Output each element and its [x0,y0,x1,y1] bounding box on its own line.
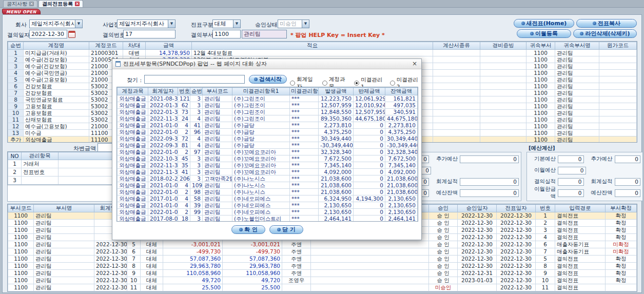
cell[interactable]: 1100 [8,212,34,220]
cell[interactable]: 62 [178,102,190,109]
cell[interactable]: 관리팀 [34,220,94,227]
cell[interactable]: 매출자동기표 [555,241,606,248]
cell[interactable]: 7 [8,90,24,96]
cell[interactable]: 4 [190,135,203,142]
cell[interactable]: 1100 [526,123,555,130]
cell[interactable]: 110,058,960 [223,270,282,277]
cell[interactable]: 21,038,600 [385,182,418,189]
cell[interactable]: 고용보험료 [24,110,89,116]
cell[interactable]: 건강보험료 [24,83,89,90]
cell[interactable]: 예수금(고용보험) [24,123,89,130]
budget-field-value[interactable]: 0 [615,189,641,197]
cell[interactable]: 3 [190,102,203,109]
table-row[interactable]: 외상매출금2021-01-00439관리팀(주)네오피에스***2,130,65… [118,202,418,209]
new-voucher-button[interactable]: 새전표(Home) [514,19,574,28]
cell[interactable]: 외상매출금 [118,209,148,215]
cell[interactable]: 1100 [526,63,555,70]
cell[interactable]: 2022-12-30 [497,270,536,277]
cell[interactable]: 2022-12-30 [94,270,127,277]
cell[interactable]: 거래처 [22,160,58,168]
cell[interactable]: 1100 [8,277,34,284]
cell[interactable]: 21,038,600 [385,175,418,182]
cell[interactable]: 2022-01-00 [148,129,178,135]
cell[interactable]: 2022-09-30 [148,142,178,149]
cell[interactable]: 1100 [526,103,555,110]
cell[interactable]: 전표번호 [22,168,58,177]
cell[interactable]: 7,345,140 [319,162,354,169]
cell[interactable]: 1100 [526,83,555,90]
cell[interactable]: 외상매출금 [118,155,148,162]
cell[interactable] [599,76,637,83]
cell[interactable]: 관리팀 [34,284,94,291]
cell[interactable]: 외상매출금 [24,136,89,143]
cell[interactable]: 관리팀 [203,162,232,169]
cell[interactable]: 44,675,180 [354,115,385,122]
cell[interactable] [599,70,637,76]
cell[interactable]: 결의전표 [555,277,606,284]
cell[interactable]: 1100 [8,220,34,227]
cell[interactable]: 외상매출금 [118,122,148,129]
cell[interactable]: *** [290,115,319,122]
cell[interactable]: 확정 [606,212,637,220]
cell[interactable]: 2 [8,168,22,177]
cell[interactable]: -3,001,021 [223,241,282,248]
cell[interactable] [480,70,526,76]
cell[interactable]: 110,058,960 [163,270,223,277]
cell[interactable]: 89,350,360 [319,115,354,122]
cell[interactable]: 관리팀 [203,202,232,209]
cell[interactable]: 14,378,950 [146,50,192,56]
cell[interactable]: *** [290,155,319,162]
cell[interactable]: 외상매출금 [118,169,148,175]
cell[interactable] [311,248,429,256]
cell[interactable]: 미확정 [606,248,637,256]
cell[interactable]: 외상매출금 [118,102,148,109]
cell[interactable]: 5 [536,256,555,263]
cell[interactable] [433,110,480,116]
cell[interactable]: 4 [178,195,190,202]
cell[interactable]: 0 [354,169,385,175]
cell[interactable]: 340,591 [385,109,418,115]
cell[interactable]: 1100 [8,227,34,234]
cell[interactable]: 2022-09-30 [148,135,178,142]
cell[interactable]: 관리팀 [555,76,599,83]
cell[interactable]: 2022-01-31 [148,102,178,109]
cell[interactable]: 승 인 [429,256,458,263]
cell[interactable]: 2022-12-30 [458,220,497,227]
cell[interactable]: 승 인 [429,248,458,256]
cell[interactable] [599,83,637,90]
cell[interactable]: 외상매출금 [118,129,148,135]
cell[interactable]: 주앤 [282,241,311,248]
cell[interactable]: 12,507,959 [319,102,354,109]
cell[interactable]: 관리팀 [34,256,94,263]
cell[interactable] [311,277,429,284]
cell[interactable] [599,90,637,96]
cell[interactable]: 24 [178,115,190,122]
cell[interactable]: 2022-12-30 [497,234,536,241]
cell[interactable]: 0 [354,189,385,195]
cell[interactable]: 49,720 [223,277,282,284]
table-row[interactable]: 외상매출금2022-11-30353관리팀(주)꼬메요코리아***7,345,1… [118,162,418,169]
cell[interactable]: 승 인 [429,227,458,234]
cell[interactable]: 대체 [141,248,163,256]
approve-state-select[interactable]: 미승인 ▼ [278,19,309,28]
cell[interactable]: *** [290,202,319,209]
cell[interactable]: 25,500 [223,284,282,291]
cell[interactable]: 2021-08-31 [148,95,178,102]
cell[interactable]: 2022-12-30 [458,241,497,248]
cell[interactable]: (주)꼬메요코리아 [232,149,290,155]
cell[interactable]: 관리팀 [34,212,94,220]
cell[interactable]: 13 [8,130,24,136]
budget-field-value[interactable]: 0 [615,178,641,186]
cell[interactable]: 1100 [526,130,555,136]
cell[interactable]: 12,848,550 [319,109,354,115]
cell[interactable]: 2,130,650 [385,195,418,202]
cell[interactable]: 관리팀 [555,70,599,76]
cell[interactable]: 2022-12-30 [497,256,536,263]
cell[interactable]: 2022-12-30 [458,263,497,270]
cell[interactable]: 29,963,780 [223,263,282,270]
cell[interactable]: 30,349,440 [385,135,418,142]
carryover-register-button[interactable]: 이월등록 [517,29,571,38]
table-row[interactable]: 외상매출금2022-09-30724관리팀(주)금당***30,349,4400… [118,135,418,142]
cell[interactable]: 497,035 [385,102,418,109]
cell[interactable]: 1100 [526,136,555,143]
